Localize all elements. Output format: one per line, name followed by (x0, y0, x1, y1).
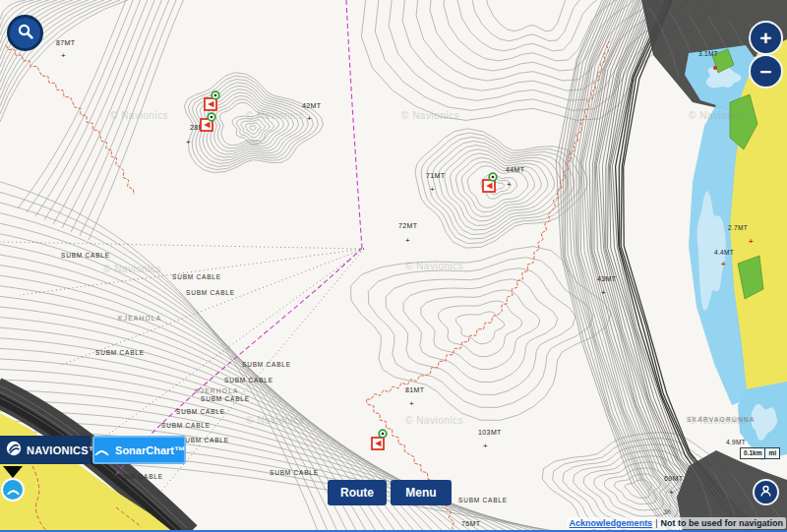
account-button[interactable] (753, 479, 779, 505)
sonarchart-label: SonarChart™ (115, 444, 185, 456)
brand-label: NAVIONICS™ (27, 444, 99, 456)
search-icon (17, 23, 34, 43)
disclaimer-text: Not to be used for navigation (660, 518, 783, 528)
navionics-brand-bar: NAVIONICS™ (0, 436, 91, 464)
plus-icon: + (759, 28, 771, 48)
navionics-webapp: © Navionics© Navionics© Navionics© Navio… (0, 0, 787, 532)
scale-mi-label: mi (764, 447, 780, 459)
scale-km-label: 0.1km (740, 447, 765, 459)
scale-bar: 0.1km mi (740, 447, 780, 459)
acknowledgements-link[interactable]: Acknowledgements (570, 518, 653, 528)
zoom-in-button[interactable]: + (749, 21, 783, 55)
attribution-separator: | (655, 518, 657, 528)
map-pointer-icon (3, 466, 23, 478)
sonarchart-button[interactable]: SonarChart™ (92, 436, 186, 464)
minus-icon: − (759, 61, 771, 82)
search-button[interactable] (7, 15, 43, 51)
attribution-bar: Acknowledgements|Not to be used for navi… (567, 517, 786, 529)
person-icon (758, 484, 773, 502)
sonar-waves-icon (93, 443, 110, 458)
menu-button[interactable]: Menu (391, 480, 452, 505)
sonar-layer-button[interactable] (1, 478, 25, 502)
waypoint-marker[interactable] (481, 170, 511, 204)
waypoint-marker[interactable] (370, 427, 399, 460)
navionics-logo-icon (6, 441, 22, 460)
waypoint-marker[interactable] (199, 110, 228, 144)
sonar-waves-icon (6, 483, 21, 498)
route-button[interactable]: Route (328, 480, 387, 505)
zoom-out-button[interactable]: − (749, 54, 783, 89)
